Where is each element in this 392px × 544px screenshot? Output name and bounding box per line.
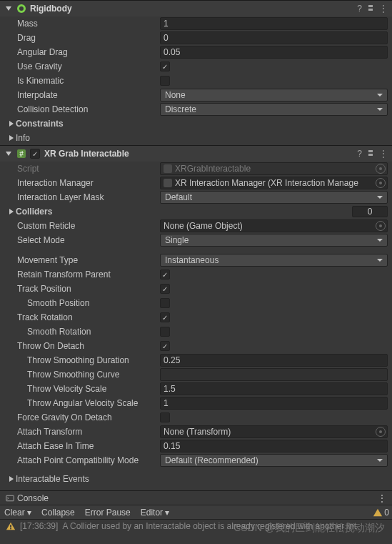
console-filter-icons: 0: [373, 508, 389, 518]
movement-type-dropdown[interactable]: Instantaneous: [160, 254, 388, 267]
throw-smoothing-duration-row: Throw Smoothing Duration: [0, 353, 392, 367]
svg-text:#: #: [19, 150, 24, 158]
attach-ease-in-time-row: Attach Ease In Time: [0, 439, 392, 453]
throw-angular-velocity-scale-row: Throw Angular Velocity Scale: [0, 396, 392, 410]
foldout-icon[interactable]: [7, 134, 16, 142]
drag-input[interactable]: [160, 31, 388, 44]
component-enable-checkbox[interactable]: [30, 149, 40, 159]
editor-button[interactable]: Editor ▾: [139, 508, 171, 518]
help-icon[interactable]: ?: [357, 149, 362, 159]
preset-icon[interactable]: [366, 4, 375, 14]
console-message[interactable]: [17:36:39] A Collider used by an Interac…: [0, 520, 392, 533]
smooth-rotation-label: Smooth Rotation: [27, 327, 160, 337]
mass-label: Mass: [17, 19, 160, 29]
interactable-events-header[interactable]: Interactable Events: [0, 472, 392, 486]
throw-on-detach-checkbox[interactable]: [160, 341, 170, 351]
object-picker-icon[interactable]: [376, 221, 386, 231]
throw-on-detach-label: Throw On Detach: [17, 341, 160, 351]
rigidbody-component: Rigidbody ? ⋮ Mass Drag Angular Drag Use…: [0, 0, 392, 145]
smooth-position-row: Smooth Position: [0, 296, 392, 310]
gameobject-icon: [164, 179, 172, 187]
collision-detection-row: Collision DetectionDiscrete: [0, 102, 392, 117]
menu-icon[interactable]: ⋮: [379, 4, 388, 14]
smooth-rotation-checkbox[interactable]: [160, 327, 170, 337]
throw-angular-velocity-scale-input[interactable]: [160, 397, 388, 410]
info-header[interactable]: Info: [0, 131, 392, 145]
interpolate-label: Interpolate: [17, 90, 160, 100]
constraints-header[interactable]: Constraints: [0, 117, 392, 131]
xrgrab-header[interactable]: # XR Grab Interactable ? ⋮: [0, 146, 392, 162]
message-time: [17:36:39]: [20, 521, 58, 531]
foldout-icon[interactable]: [4, 149, 13, 158]
svg-point-1: [19, 6, 24, 11]
attach-point-compatibility-mode-row: Attach Point Compatibility ModeDefault (…: [0, 453, 392, 468]
use-gravity-checkbox[interactable]: [160, 61, 170, 71]
collision-detection-dropdown[interactable]: Discrete: [160, 103, 388, 116]
angular-drag-input[interactable]: [160, 46, 388, 59]
force-gravity-on-detach-checkbox[interactable]: [160, 412, 170, 422]
foldout-icon[interactable]: [4, 4, 13, 13]
angular-drag-label: Angular Drag: [17, 47, 160, 57]
warning-icon: [6, 521, 16, 531]
throw-smoothing-duration-label: Throw Smoothing Duration: [27, 355, 160, 365]
svg-rect-3: [368, 9, 373, 11]
mass-input[interactable]: [160, 17, 388, 30]
retain-transform-parent-checkbox[interactable]: [160, 269, 170, 280]
select-mode-dropdown[interactable]: Single: [160, 234, 388, 247]
throw-velocity-scale-input[interactable]: [160, 382, 388, 395]
force-gravity-on-detach-label: Force Gravity On Detach: [17, 412, 160, 422]
collapse-button[interactable]: Collapse: [40, 508, 76, 518]
track-position-checkbox[interactable]: [160, 284, 170, 294]
warning-count[interactable]: 0: [373, 508, 389, 518]
info-label: Info: [16, 133, 388, 143]
is-kinematic-checkbox[interactable]: [160, 76, 170, 86]
foldout-icon[interactable]: [7, 475, 16, 483]
console-tab[interactable]: Console ⋮: [0, 491, 392, 505]
object-picker-icon[interactable]: [376, 427, 386, 437]
interaction-manager-label: Interaction Manager: [17, 178, 160, 188]
error-pause-button[interactable]: Error Pause: [84, 508, 132, 518]
object-picker-icon[interactable]: [376, 178, 386, 188]
xrgrab-component: # XR Grab Interactable ? ⋮ ScriptXRGrabI…: [0, 145, 392, 490]
custom-reticle-field[interactable]: None (Game Object): [160, 219, 388, 232]
component-title: XR Grab Interactable: [44, 149, 357, 159]
colliders-count[interactable]: 0: [352, 206, 388, 217]
constraints-label: Constraints: [16, 119, 388, 129]
rigidbody-icon: [16, 3, 27, 14]
custom-reticle-row: Custom ReticleNone (Game Object): [0, 219, 392, 233]
attach-transform-field[interactable]: None (Transform): [160, 425, 388, 438]
csharp-icon: [164, 164, 172, 173]
rigidbody-header[interactable]: Rigidbody ? ⋮: [0, 1, 392, 16]
attach-point-compatibility-mode-dropdown[interactable]: Default (Recommended): [160, 454, 388, 467]
throw-smoothing-duration-input[interactable]: [160, 354, 388, 367]
foldout-icon[interactable]: [7, 207, 16, 216]
menu-icon[interactable]: ⋮: [379, 149, 388, 159]
throw-smoothing-curve-label: Throw Smoothing Curve: [27, 370, 160, 380]
custom-reticle-label: Custom Reticle: [17, 221, 160, 231]
interaction-manager-field[interactable]: XR Interaction Manager (XR Interaction M…: [160, 177, 388, 189]
is-kinematic-row: Is Kinematic: [0, 74, 392, 88]
attach-ease-in-time-input[interactable]: [160, 440, 388, 452]
mass-row: Mass: [0, 16, 392, 31]
is-kinematic-label: Is Kinematic: [17, 76, 160, 86]
track-rotation-checkbox[interactable]: [160, 312, 170, 322]
object-picker-icon: [376, 164, 386, 174]
clear-button[interactable]: Clear ▾: [3, 508, 33, 518]
preset-icon[interactable]: [366, 149, 375, 159]
help-icon[interactable]: ?: [357, 4, 362, 14]
throw-on-detach-row: Throw On Detach: [0, 339, 392, 353]
foldout-icon[interactable]: [7, 119, 16, 128]
track-position-row: Track Position: [0, 282, 392, 296]
select-mode-row: Select ModeSingle: [0, 233, 392, 247]
smooth-position-checkbox[interactable]: [160, 298, 170, 308]
svg-rect-10: [10, 528, 11, 530]
colliders-header[interactable]: Colliders0: [0, 204, 392, 219]
colliders-label: Colliders: [16, 207, 352, 217]
menu-icon[interactable]: ⋮: [378, 493, 386, 503]
interpolate-dropdown[interactable]: None: [160, 89, 388, 102]
movement-type-row: Movement TypeInstantaneous: [0, 253, 392, 267]
console-tab-label: Console: [17, 493, 49, 503]
interaction-layer-mask-dropdown[interactable]: Default: [160, 191, 388, 204]
component-title: Rigidbody: [30, 4, 357, 14]
throw-smoothing-curve-field[interactable]: [160, 368, 388, 381]
